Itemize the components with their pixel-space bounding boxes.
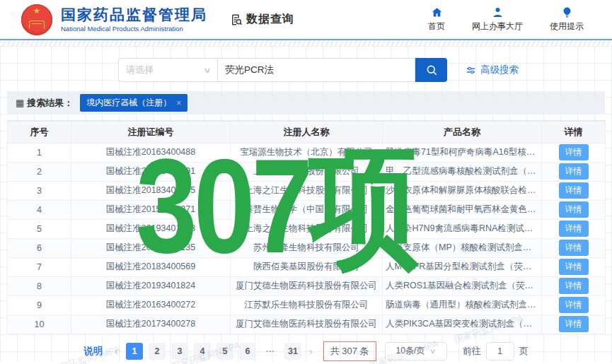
pagination-bar: 说明 ‹ 1 2 3 4 5 6 ··· 31 › 共 307 条 10条/页 … — [0, 341, 612, 362]
cell-product: 人类ROS1基因融合检测试剂盒（荧光PC... — [383, 276, 542, 295]
page-size-value: 10条/页 — [396, 345, 425, 357]
header-hatch-divider — [0, 40, 612, 46]
nav-service-hall[interactable]: 网上办事大厅 — [472, 6, 523, 33]
chevron-down-icon: ∨ — [429, 347, 437, 355]
col-header-index: 序号 — [8, 121, 71, 143]
cell-index: 2 — [8, 162, 71, 181]
detail-button[interactable]: 详情 — [559, 259, 589, 275]
table-row: 5 国械注准20193401503 上海之江生物科技股份有限公司 人感染H7N9… — [8, 219, 606, 238]
data-query-icon — [230, 13, 243, 26]
page-button-6[interactable]: 6 — [239, 343, 256, 360]
cell-index: 3 — [8, 181, 71, 200]
detail-button[interactable]: 详情 — [559, 278, 589, 294]
cell-reg-no: 国械注准20193400891 — [71, 162, 231, 181]
nmpa-emblem-logo: ★ — [21, 4, 52, 35]
cell-index: 1 — [8, 143, 71, 162]
cell-product: 金黄色葡萄球菌和耐甲氧西林金黄色葡萄球菌... — [383, 200, 542, 219]
page-size-select[interactable]: 10条/页 ∨ — [385, 342, 447, 360]
cell-company: 上海之江生物科技股份有限公司 — [231, 219, 383, 238]
lightbulb-icon — [561, 6, 573, 18]
category-select[interactable]: 请选择 ∨ — [118, 58, 218, 82]
cell-product: 肠道病毒71型和柯萨奇病毒A16型核酸检... — [383, 143, 542, 162]
person-icon — [492, 6, 504, 18]
detail-button[interactable]: 详情 — [559, 221, 589, 237]
cell-reg-no: 国械注准20153400271 — [71, 200, 231, 219]
cell-company: 江苏默乐生物科技股份有限公司 — [231, 295, 383, 315]
filter-tag-label: 境内医疗器械（注册） — [86, 97, 171, 109]
nav-usage-tips-label: 使用提示 — [550, 20, 584, 33]
prev-page-button[interactable]: ‹ — [112, 346, 120, 357]
cell-product: 甲、乙型流感病毒核酸检测试剂盒（荧光PC... — [383, 162, 542, 181]
cell-reg-no: 国械注准20193401824 — [71, 276, 231, 295]
page-button-31[interactable]: 31 — [284, 343, 301, 360]
org-name-en: National Medical Products Administration — [61, 25, 207, 33]
table-row: 10 国械注准20173400278 厦门艾德生物医药科技股份有限公司 人类PI… — [8, 315, 606, 334]
detail-button[interactable]: 详情 — [559, 144, 589, 160]
page-button-1[interactable]: 1 — [126, 343, 143, 360]
chevron-down-icon: ∨ — [203, 66, 211, 75]
advanced-search-label: 高级搜索 — [480, 64, 519, 76]
nav-usage-tips[interactable]: 使用提示 — [550, 6, 584, 33]
page-button-4[interactable]: 4 — [194, 343, 211, 360]
home-icon — [431, 6, 443, 18]
emblem-star-icon: ★ — [33, 7, 40, 15]
detail-button[interactable]: 详情 — [559, 240, 589, 256]
filter-tag-domestic-device[interactable]: 境内医疗器械（注册） × — [80, 94, 187, 112]
search-button[interactable] — [415, 58, 447, 82]
table-body: 1 国械注准20163400488 宝瑞源生物技术（北京）有限公司 肠道病毒71… — [8, 143, 606, 334]
results-label: 搜索结果： — [27, 97, 73, 110]
total-count-highlight: 共 307 条 — [323, 341, 376, 361]
tag-close-icon[interactable]: × — [176, 98, 181, 108]
table-row: 2 国械注准20193400891 上海金豪制药股份有限公司 甲、乙型流感病毒核… — [8, 162, 606, 181]
cell-company: 厦门艾德生物医药科技股份有限公司 — [231, 276, 383, 295]
col-header-product: 产品名称 — [383, 121, 542, 143]
detail-button[interactable]: 详情 — [559, 163, 589, 180]
cell-reg-no: 国械注准20163400272 — [71, 295, 231, 315]
page-button-5[interactable]: 5 — [216, 343, 233, 360]
table-row: 3 国械注准20183401705 上海之江生物科技股份有限公司 沙眼衣原体和解… — [8, 181, 606, 200]
cell-company: 上海金豪制药股份有限公司 — [231, 162, 383, 181]
note-link[interactable]: 说明 — [83, 345, 103, 358]
org-title-block: 国家药品监督管理局 National Medical Products Admi… — [61, 6, 207, 33]
cell-company: 泰普生物科学（中国）有限公司 — [231, 200, 383, 219]
cell-index: 5 — [8, 219, 71, 238]
detail-button[interactable]: 详情 — [559, 201, 589, 218]
cell-index: 4 — [8, 200, 71, 219]
nav-home[interactable]: 首页 — [428, 6, 445, 33]
detail-button[interactable]: 详情 — [559, 297, 589, 313]
filter-sliders-icon — [466, 65, 476, 76]
detail-button[interactable]: 详情 — [559, 316, 589, 332]
next-page-button[interactable]: › — [307, 346, 315, 357]
table-row: 4 国械注准20153400271 泰普生物科学（中国）有限公司 金黄色葡萄球菌… — [8, 200, 606, 219]
cell-company: 上海之江生物科技股份有限公司 — [231, 181, 383, 200]
cell-product: 肺炎支原体（MP）核酸检测试剂盒（荧光P... — [383, 238, 542, 257]
table-row: 6 国械注准20153402135 苏州天隆生物科技有限公司 肺炎支原体（MP）… — [8, 238, 606, 257]
page-button-2[interactable]: 2 — [149, 343, 166, 360]
cell-index: 10 — [8, 315, 71, 334]
cell-reg-no: 国械注准20183400569 — [71, 257, 231, 276]
header: ★ 国家药品监督管理局 National Medical Products Ad… — [0, 0, 612, 40]
nav-home-label: 首页 — [428, 20, 445, 33]
table-row: 9 国械注准20163400272 江苏默乐生物科技股份有限公司 肠道病毒（通用… — [8, 295, 606, 315]
cell-reg-no: 国械注准20153402135 — [71, 238, 231, 257]
page-button-3[interactable]: 3 — [171, 343, 188, 360]
cell-reg-no: 国械注准20183401705 — [71, 181, 231, 200]
cell-reg-no: 国械注准20173400278 — [71, 315, 231, 334]
page-ellipsis[interactable]: ··· — [262, 343, 279, 360]
module-title: 数据查询 — [246, 12, 294, 27]
cell-product: 沙眼衣原体和解脲脲原体核酸联合检测试剂盒... — [383, 181, 542, 200]
table-row: 7 国械注准20183400569 陕西佰美基因股份有限公司 人MTHFR基因分… — [8, 257, 606, 276]
search-input[interactable] — [218, 58, 415, 82]
cell-product: 人类PIK3CA基因突变检测试剂盒（荧光... — [383, 315, 542, 334]
advanced-search-link[interactable]: 高级搜索 — [466, 64, 519, 76]
goto-page-input[interactable] — [486, 342, 514, 360]
module-title-block: 数据查询 — [230, 12, 294, 27]
org-name-cn: 国家药品监督管理局 — [61, 6, 207, 23]
detail-button[interactable]: 详情 — [559, 182, 589, 199]
cell-index: 9 — [8, 295, 71, 315]
main-content: 请选择 ∨ 高级搜索 — [0, 46, 612, 363]
cell-company: 苏州天隆生物科技有限公司 — [231, 238, 383, 257]
header-nav: 首页 网上办事大厅 使用提示 — [428, 6, 584, 33]
col-header-detail: 详情 — [542, 121, 606, 143]
search-bar: 请选择 ∨ 高级搜索 — [0, 46, 612, 83]
